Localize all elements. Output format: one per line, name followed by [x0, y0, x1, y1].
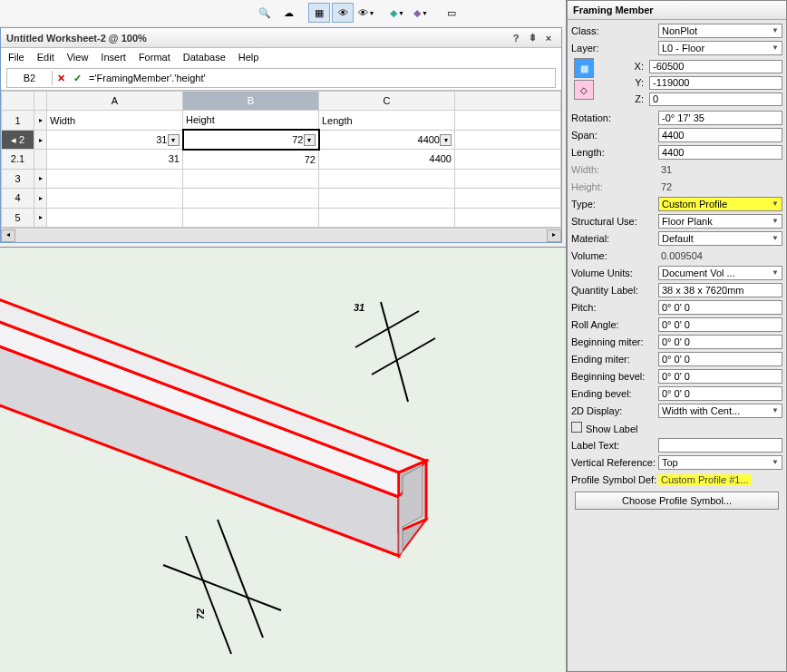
menu-database[interactable]: Database — [183, 52, 226, 63]
menu-edit[interactable]: Edit — [37, 52, 54, 63]
horizontal-scrollbar[interactable]: ◂▸ — [1, 228, 561, 242]
dim-width-label: 31 — [354, 302, 364, 313]
render-purple-icon[interactable]: ◆▼ — [410, 3, 432, 23]
prop-input[interactable] — [658, 111, 782, 125]
menu-help[interactable]: Help — [238, 52, 259, 63]
menu-view[interactable]: View — [67, 52, 89, 63]
choose-profile-button[interactable]: Choose Profile Symbol... — [575, 492, 779, 510]
prop-label: Roll Angle: — [571, 319, 658, 330]
cell-dropdown-icon[interactable]: ▾ — [168, 134, 180, 146]
accept-formula-icon[interactable]: ✓ — [69, 73, 85, 84]
grid-toggle-icon[interactable]: ▦ — [308, 3, 330, 23]
spreadsheet-grid[interactable]: A B C 1 ▸ Width Height Length ◂ 2 ▸ 31▾ — [1, 91, 561, 228]
col-header-b[interactable]: B — [183, 92, 319, 111]
layer-select[interactable]: L0 - Floor▼ — [658, 41, 782, 55]
row-header-1[interactable]: 1 — [2, 111, 34, 130]
show-label-checkbox[interactable] — [571, 422, 582, 433]
inspector-title: Framing Member — [568, 1, 786, 20]
prop-input[interactable] — [658, 438, 782, 453]
prop-select[interactable]: Default▼ — [658, 231, 782, 246]
top-toolbar: 🔍 ☁ ▦ 👁 👁▼ ◆▼ ◆▼ ▭ — [0, 0, 566, 25]
prop-input[interactable] — [658, 145, 782, 160]
visibility-dropdown-icon[interactable]: 👁▼ — [355, 3, 377, 23]
row-header-3[interactable]: 3 — [2, 169, 34, 188]
dim-height-label: 72 — [195, 609, 206, 619]
cell-reference[interactable]: B2 — [7, 71, 53, 85]
menu-file[interactable]: File — [8, 52, 24, 63]
cancel-formula-icon[interactable]: ✕ — [53, 73, 69, 84]
prop-readonly: 31 — [658, 164, 675, 175]
menu-insert[interactable]: Insert — [101, 52, 126, 63]
prop-input[interactable] — [658, 283, 782, 297]
prop-input[interactable] — [658, 335, 782, 349]
prop-input[interactable] — [658, 317, 782, 332]
prop-label: Volume Units: — [571, 268, 658, 278]
row-header-2-1[interactable]: 2.1 — [2, 150, 34, 169]
prop-select[interactable]: Custom Profile▼ — [658, 197, 782, 211]
cell-a2-1[interactable]: 31 — [47, 150, 183, 169]
prop-select[interactable]: Floor Plank▼ — [658, 214, 782, 229]
menu-format[interactable]: Format — [139, 52, 170, 63]
corner-cell[interactable] — [2, 92, 34, 111]
model-viewport[interactable]: 31 72 — [0, 247, 566, 672]
coord-mode-icon[interactable]: ▦ — [574, 58, 594, 78]
prop-input[interactable] — [658, 369, 782, 384]
cell-b2[interactable]: 72▾ — [183, 130, 319, 149]
render-green-icon[interactable]: ◆▼ — [386, 3, 408, 23]
prop-label: Type: — [571, 199, 658, 209]
pan-tool-icon[interactable]: ☁ — [277, 3, 299, 23]
x-input[interactable] — [649, 60, 782, 73]
col-header-c[interactable]: C — [319, 92, 455, 111]
row-header-5[interactable]: 5 — [2, 208, 34, 227]
prop-readonly: 0.009504 — [658, 250, 705, 261]
eye-toggle-icon[interactable]: 👁 — [332, 3, 354, 23]
help-button[interactable]: ? — [509, 31, 523, 45]
cell-b2-1[interactable]: 72 — [183, 150, 319, 169]
cell-c1[interactable]: Length — [319, 111, 455, 130]
prop-input[interactable] — [658, 386, 782, 401]
cell-b1[interactable]: Height — [183, 111, 319, 130]
prop-label: 2D Display: — [571, 405, 658, 416]
prop-label: Width: — [571, 164, 658, 175]
prop-input[interactable] — [658, 300, 782, 315]
prop-input[interactable] — [658, 352, 782, 366]
col-header-a[interactable]: A — [47, 92, 183, 111]
cell-a1[interactable]: Width — [47, 111, 183, 130]
prop-select[interactable]: Width with Cent...▼ — [658, 404, 782, 418]
prop-readonly: 72 — [658, 181, 675, 192]
svg-line-11 — [186, 536, 231, 654]
coord-anchor-icon[interactable]: ◇ — [574, 80, 594, 100]
prop-label: Vertical Reference: — [571, 457, 658, 468]
x-label: X: — [597, 61, 644, 72]
cell-a2[interactable]: 31▾ — [47, 130, 183, 149]
row-header-4[interactable]: 4 — [2, 189, 34, 208]
toggle-last-icon[interactable]: ▭ — [441, 3, 462, 23]
prop-label: Length: — [571, 147, 658, 158]
cell-c2[interactable]: 4400▾ — [319, 130, 455, 149]
prop-select[interactable]: Document Vol ...▼ — [658, 266, 782, 280]
pin-button[interactable]: ⇟ — [525, 31, 539, 45]
prop-label: Structural Use: — [571, 216, 658, 227]
prop-label: Beginning bevel: — [571, 371, 658, 382]
zoom-tool-icon[interactable]: 🔍 — [254, 3, 276, 23]
z-input[interactable] — [649, 93, 782, 106]
svg-line-8 — [355, 311, 419, 347]
y-input[interactable] — [649, 76, 782, 90]
prop-label: Material: — [571, 233, 658, 244]
prop-select[interactable]: Top▼ — [658, 455, 782, 470]
svg-line-12 — [163, 565, 281, 610]
close-button[interactable]: × — [541, 31, 556, 45]
formula-input[interactable] — [85, 71, 555, 85]
prop-input[interactable] — [658, 128, 782, 142]
z-label: Z: — [597, 93, 644, 104]
object-inspector: Framing Member Class: NonPlot▼ Layer: L0… — [567, 0, 787, 672]
row-header-2[interactable]: ◂ 2 — [2, 130, 34, 149]
class-select[interactable]: NonPlot▼ — [658, 24, 782, 38]
cell-c2-1[interactable]: 4400 — [319, 150, 455, 169]
class-label: Class: — [571, 25, 658, 36]
prop-label: Beginning miter: — [571, 336, 658, 347]
cell-dropdown-icon[interactable]: ▾ — [304, 134, 316, 146]
svg-line-9 — [381, 302, 408, 402]
cell-dropdown-icon[interactable]: ▾ — [440, 134, 452, 146]
y-label: Y: — [597, 77, 644, 88]
